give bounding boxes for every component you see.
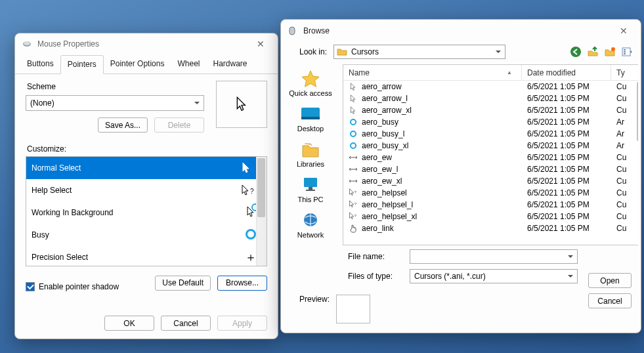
- file-icon: ?: [349, 200, 358, 209]
- file-date: 6/5/2021 1:05 PM: [522, 82, 611, 91]
- scrollbar[interactable]: [637, 81, 638, 245]
- file-date: 6/5/2021 1:05 PM: [522, 106, 611, 115]
- file-row[interactable]: aero_busy_l6/5/2021 1:05 PMAr: [343, 128, 638, 140]
- file-name: aero_link: [362, 224, 394, 233]
- tabstrip: ButtonsPointersPointer OptionsWheelHardw…: [15, 54, 278, 74]
- file-row[interactable]: aero_arrow6/5/2021 1:05 PMCu: [343, 81, 638, 93]
- file-icon: [349, 155, 358, 160]
- customize-label: Customize:: [27, 144, 267, 154]
- file-header[interactable]: Name▲ Date modified Ty: [343, 65, 638, 81]
- file-type: Cu: [611, 212, 638, 221]
- places-bar: Quick accessDesktopLibrariesThis PCNetwo…: [281, 64, 340, 245]
- lookin-dropdown[interactable]: Cursors: [333, 45, 505, 59]
- open-button[interactable]: Open: [588, 273, 632, 288]
- ok-button[interactable]: OK: [104, 316, 154, 331]
- new-folder-icon[interactable]: [604, 46, 616, 58]
- scrollbar[interactable]: [256, 157, 267, 266]
- apply-button: Apply: [217, 316, 267, 331]
- svg-rect-11: [301, 117, 320, 119]
- window-title: Mouse Properties: [37, 39, 99, 49]
- place-label: Desktop: [297, 125, 324, 133]
- tab-wheel[interactable]: Wheel: [171, 55, 206, 74]
- file-row[interactable]: aero_ew_xl6/5/2021 1:05 PMCu: [343, 175, 638, 187]
- back-icon[interactable]: [570, 46, 582, 58]
- cancel-button[interactable]: Cancel: [161, 316, 211, 331]
- close-button[interactable]: ✕: [613, 26, 634, 36]
- cursor-row-label: Normal Select: [32, 163, 242, 173]
- file-icon: ?: [349, 188, 358, 197]
- place-network[interactable]: Network: [281, 209, 340, 241]
- place-icon: [300, 140, 321, 159]
- file-row[interactable]: ?aero_helpsel_xl6/5/2021 1:05 PMCu: [343, 211, 638, 222]
- enable-shadow-checkbox[interactable]: [26, 282, 35, 291]
- scrollbar-thumb[interactable]: [257, 158, 265, 217]
- file-icon: [349, 119, 358, 125]
- file-icon: [349, 178, 358, 184]
- close-button[interactable]: ✕: [250, 39, 271, 49]
- tab-buttons[interactable]: Buttons: [20, 55, 60, 74]
- file-icon: [349, 167, 358, 172]
- place-this-pc[interactable]: This PC: [281, 173, 340, 206]
- cursor-row[interactable]: Normal Select: [26, 157, 267, 179]
- window-title: Browse: [303, 26, 330, 35]
- col-name[interactable]: Name▲: [343, 65, 522, 80]
- file-row[interactable]: aero_arrow_l6/5/2021 1:05 PMCu: [343, 93, 638, 104]
- file-name: aero_ew: [362, 153, 392, 162]
- views-icon[interactable]: [621, 46, 633, 58]
- file-type: Ar: [611, 141, 638, 150]
- cursor-list[interactable]: Normal SelectHelp Select?Working In Back…: [26, 156, 267, 266]
- file-name: aero_arrow_l: [362, 94, 408, 103]
- filetype-dropdown[interactable]: Cursors (*.ani, *.cur): [410, 269, 578, 283]
- svg-point-1: [24, 41, 30, 45]
- lookin-value: Cursors: [351, 47, 379, 56]
- file-row[interactable]: aero_arrow_xl6/5/2021 1:05 PMCu: [343, 104, 638, 116]
- file-row[interactable]: aero_link6/5/2021 1:05 PMCu: [343, 222, 638, 234]
- browse-button[interactable]: Browse...: [217, 276, 267, 291]
- file-row[interactable]: aero_busy_xl6/5/2021 1:05 PMAr: [343, 140, 638, 152]
- col-date[interactable]: Date modified: [522, 65, 611, 80]
- place-icon: [300, 176, 321, 194]
- file-date: 6/5/2021 1:05 PM: [522, 224, 611, 233]
- enable-shadow-label[interactable]: Enable pointer shadow: [39, 282, 119, 291]
- file-row[interactable]: aero_ew6/5/2021 1:05 PMCu: [343, 152, 638, 163]
- file-list[interactable]: Name▲ Date modified Ty aero_arrow6/5/202…: [343, 64, 638, 245]
- place-label: Quick access: [289, 89, 332, 97]
- file-icon: [349, 94, 358, 103]
- sort-indicator-icon: ▲: [507, 70, 512, 75]
- file-row[interactable]: aero_ew_l6/5/2021 1:05 PMCu: [343, 163, 638, 175]
- titlebar[interactable]: Mouse Properties ✕: [15, 33, 278, 54]
- file-date: 6/5/2021 1:05 PM: [522, 188, 611, 197]
- cursor-row[interactable]: Working In Background: [26, 201, 267, 224]
- file-row[interactable]: aero_busy6/5/2021 1:05 PMAr: [343, 116, 638, 128]
- cursor-row[interactable]: Busy: [26, 224, 267, 246]
- place-libraries[interactable]: Libraries: [281, 138, 340, 171]
- cancel-button[interactable]: Cancel: [588, 293, 632, 308]
- file-row[interactable]: ?aero_helpsel_l6/5/2021 1:05 PMCu: [343, 199, 638, 211]
- tab-hardware[interactable]: Hardware: [206, 55, 253, 74]
- mouse-icon: [22, 39, 32, 49]
- up-icon[interactable]: [587, 46, 599, 58]
- col-type[interactable]: Ty: [611, 65, 638, 80]
- file-icon: [349, 224, 358, 233]
- titlebar[interactable]: Browse ✕: [281, 20, 641, 42]
- cursor-row[interactable]: Precision Select＋: [26, 246, 267, 266]
- scheme-label: Scheme: [27, 82, 204, 91]
- cursor-row[interactable]: Help Select?: [26, 179, 267, 201]
- tab-pointers[interactable]: Pointers: [60, 55, 104, 74]
- place-quick-access[interactable]: Quick access: [281, 67, 340, 100]
- file-icon: ?: [349, 212, 358, 221]
- save-as-button[interactable]: Save As...: [98, 117, 148, 133]
- file-type: Cu: [611, 224, 638, 233]
- filename-input[interactable]: [410, 249, 578, 264]
- file-name: aero_busy_l: [362, 129, 404, 138]
- use-default-button[interactable]: Use Default: [155, 276, 211, 291]
- scrollbar-thumb[interactable]: [637, 82, 638, 141]
- place-desktop[interactable]: Desktop: [281, 102, 340, 135]
- file-type: Cu: [611, 153, 638, 162]
- scheme-dropdown[interactable]: (None): [26, 95, 204, 111]
- tab-pointer-options[interactable]: Pointer Options: [104, 55, 171, 74]
- place-icon: [300, 70, 321, 88]
- svg-rect-8: [624, 51, 626, 52]
- file-row[interactable]: ?aero_helpsel6/5/2021 1:05 PMCu: [343, 187, 638, 199]
- file-date: 6/5/2021 1:05 PM: [522, 212, 611, 221]
